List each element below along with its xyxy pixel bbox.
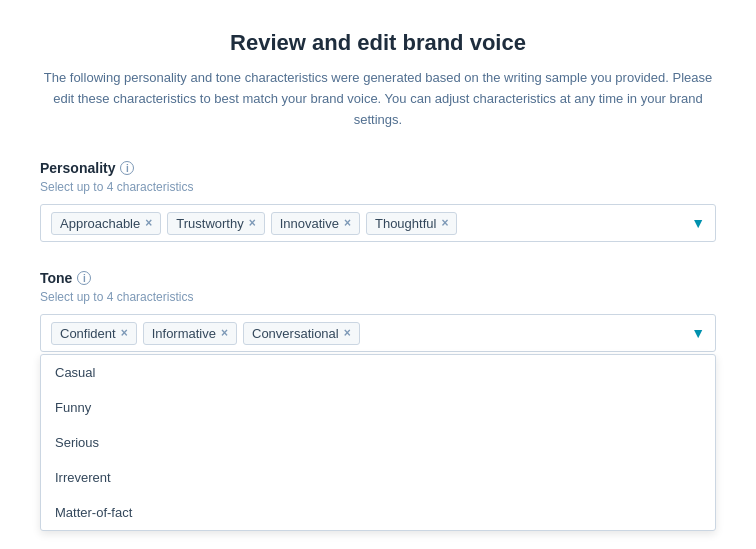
tag-trustworthy-label: Trustworthy — [176, 216, 243, 231]
tag-confident: Confident × — [51, 322, 137, 345]
tag-thoughtful-label: Thoughtful — [375, 216, 436, 231]
personality-dropdown-arrow[interactable]: ▼ — [685, 215, 705, 231]
tag-informative-label: Informative — [152, 326, 216, 341]
tag-trustworthy: Trustworthy × — [167, 212, 264, 235]
personality-header: Personality i — [40, 160, 716, 176]
tone-dropdown-container: Confident × Informative × Conversational… — [40, 314, 716, 352]
tone-dropdown-arrow[interactable]: ▼ — [685, 325, 705, 341]
tag-conversational-remove[interactable]: × — [344, 327, 351, 339]
tone-subtitle: Select up to 4 characteristics — [40, 290, 716, 304]
tag-thoughtful: Thoughtful × — [366, 212, 457, 235]
tag-informative: Informative × — [143, 322, 237, 345]
dropdown-item-funny[interactable]: Funny — [41, 390, 715, 425]
tone-dropdown-menu: Casual Funny Serious Irreverent Matter-o… — [40, 354, 716, 531]
personality-subtitle: Select up to 4 characteristics — [40, 180, 716, 194]
tag-thoughtful-remove[interactable]: × — [441, 217, 448, 229]
tone-label: Tone — [40, 270, 72, 286]
tag-confident-remove[interactable]: × — [121, 327, 128, 339]
tag-trustworthy-remove[interactable]: × — [249, 217, 256, 229]
page-container: Review and edit brand voice The followin… — [0, 0, 756, 410]
tag-conversational: Conversational × — [243, 322, 360, 345]
tag-approachable-remove[interactable]: × — [145, 217, 152, 229]
tag-innovative: Innovative × — [271, 212, 360, 235]
personality-info-icon[interactable]: i — [120, 161, 134, 175]
dropdown-item-irreverent[interactable]: Irreverent — [41, 460, 715, 495]
tag-innovative-remove[interactable]: × — [344, 217, 351, 229]
personality-label: Personality — [40, 160, 115, 176]
tone-header: Tone i — [40, 270, 716, 286]
tag-confident-label: Confident — [60, 326, 116, 341]
dropdown-item-matter-of-fact[interactable]: Matter-of-fact — [41, 495, 715, 530]
dropdown-item-casual[interactable]: Casual — [41, 355, 715, 390]
tag-informative-remove[interactable]: × — [221, 327, 228, 339]
dropdown-item-serious[interactable]: Serious — [41, 425, 715, 460]
tone-tag-input[interactable]: Confident × Informative × Conversational… — [40, 314, 716, 352]
tag-conversational-label: Conversational — [252, 326, 339, 341]
page-description: The following personality and tone chara… — [40, 68, 716, 130]
tag-approachable: Approachable × — [51, 212, 161, 235]
page-title: Review and edit brand voice — [40, 30, 716, 56]
tone-info-icon[interactable]: i — [77, 271, 91, 285]
personality-tag-input[interactable]: Approachable × Trustworthy × Innovative … — [40, 204, 716, 242]
personality-section: Personality i Select up to 4 characteris… — [40, 160, 716, 242]
tone-section: Tone i Select up to 4 characteristics Co… — [40, 270, 716, 352]
tag-approachable-label: Approachable — [60, 216, 140, 231]
tag-innovative-label: Innovative — [280, 216, 339, 231]
